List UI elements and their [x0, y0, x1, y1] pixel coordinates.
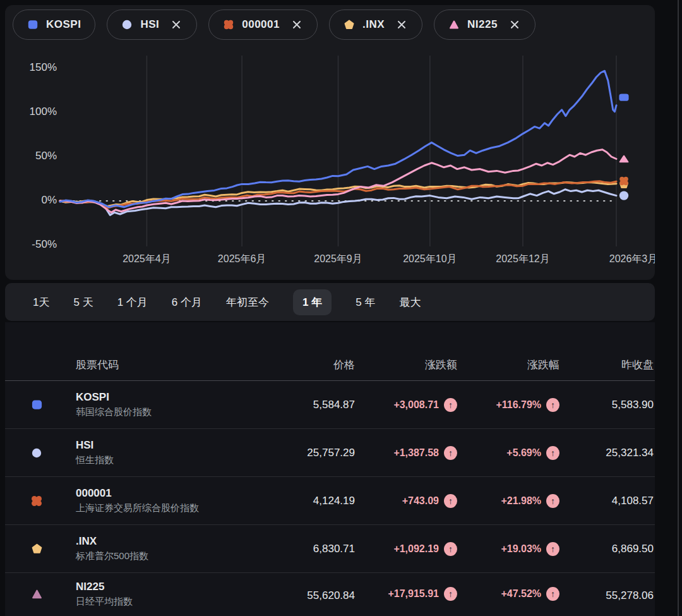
prev-close: 6,869.50 [559, 543, 654, 555]
index-name: 恒生指数 [76, 454, 266, 466]
range-button-max[interactable]: 最大 [399, 295, 421, 310]
chip-close-icon[interactable] [170, 18, 182, 31]
symbol: NI225 [76, 581, 266, 593]
kospi-swatch-icon [27, 19, 39, 30]
time-range-bar: 1天 5 天 1 个月 6 个月 年初至今 1 年 5 年 最大 [5, 283, 655, 321]
table-row-kospi[interactable]: KOSPI 韩国综合股价指数 5,584.87 +3,008.71↑ +116.… [5, 381, 655, 429]
header-price: 价格 [266, 358, 355, 372]
chip-label: HSI [140, 18, 159, 31]
table-header-row: 股票代码 价格 涨跌额 涨跌幅 昨收盘 [5, 349, 655, 381]
kospi-swatch-icon [31, 399, 43, 411]
x-axis-tick: 2026年3月 [609, 253, 655, 266]
range-button-1m[interactable]: 1 个月 [117, 295, 148, 310]
x-axis-tick: 2025年6月 [218, 253, 266, 266]
table-row-000001[interactable]: 000001 上海证券交易所综合股价指数 4,124.19 +743.09↑ +… [5, 477, 655, 525]
chart-panel: KOSPI HSI 000001 .INX NI225 150% 100% 50… [5, 5, 655, 280]
change-pct-value: +5.69% [506, 447, 541, 459]
symbol: .INX [76, 535, 266, 548]
chip-hsi[interactable]: HSI [107, 9, 197, 40]
header-prev-close: 昨收盘 [559, 358, 654, 372]
header-change: 涨跌额 [355, 358, 457, 372]
range-button-6m[interactable]: 6 个月 [172, 295, 202, 310]
change-value: +3,008.71 [393, 399, 439, 411]
inx-swatch-icon [31, 543, 43, 555]
change-value: +1,387.58 [393, 447, 439, 459]
symbol-chips-row: KOSPI HSI 000001 .INX NI225 [13, 9, 535, 40]
price: 6,830.71 [266, 543, 355, 555]
prev-close: 55,278.06 [559, 579, 654, 602]
table-row-ni225[interactable]: NI225 日经平均指数 55,620.84 +17,915.91↑ +47.5… [5, 573, 655, 616]
inx-swatch-icon [344, 19, 355, 30]
index-name: 日经平均指数 [76, 596, 266, 608]
up-arrow-badge-icon: ↑ [444, 587, 457, 601]
range-button-5d[interactable]: 5 天 [73, 295, 93, 310]
prev-close: 4,108.57 [559, 495, 654, 507]
symbol: KOSPI [76, 391, 266, 404]
change-value: +743.09 [402, 495, 439, 507]
up-arrow-badge-icon: ↑ [444, 542, 457, 556]
index-table: 股票代码 价格 涨跌额 涨跌幅 昨收盘 KOSPI 韩国综合股价指数 5,584… [5, 322, 655, 616]
comparison-line-chart[interactable] [5, 5, 655, 280]
x-axis-tick: 2025年12月 [496, 253, 549, 266]
window-edge-divider [678, 0, 679, 616]
range-button-1y[interactable]: 1 年 [293, 289, 332, 315]
ni225-swatch-icon [448, 19, 460, 30]
symbol: HSI [76, 439, 266, 452]
hsi-swatch-icon [31, 447, 42, 459]
up-arrow-badge-icon: ↑ [444, 494, 457, 508]
y-axis-tick: -50% [11, 238, 57, 251]
y-axis-tick: 0% [11, 194, 57, 207]
up-arrow-badge-icon: ↑ [546, 446, 559, 460]
chip-close-icon[interactable] [508, 18, 521, 31]
up-arrow-badge-icon: ↑ [546, 542, 559, 556]
chip-label: KOSPI [46, 18, 81, 31]
up-arrow-badge-icon: ↑ [444, 398, 457, 412]
up-arrow-badge-icon: ↑ [546, 587, 559, 601]
up-arrow-badge-icon: ↑ [546, 398, 559, 412]
000001-swatch-icon [30, 495, 43, 507]
header-symbol: 股票代码 [68, 358, 266, 372]
ni225-swatch-icon [31, 588, 43, 600]
range-button-ytd[interactable]: 年初至今 [226, 295, 269, 310]
change-value: +17,915.91 [388, 588, 439, 600]
index-name: 上海证券交易所综合股价指数 [76, 502, 266, 514]
000001-swatch-icon [223, 19, 234, 30]
x-axis-tick: 2025年9月 [314, 253, 362, 266]
chip-000001[interactable]: 000001 [208, 9, 318, 40]
range-button-5y[interactable]: 5 年 [356, 295, 375, 310]
price: 55,620.84 [266, 579, 355, 602]
price: 25,757.29 [266, 447, 355, 459]
change-pct-value: +47.52% [501, 588, 541, 600]
chip-kospi[interactable]: KOSPI [13, 9, 95, 40]
hsi-swatch-icon [121, 19, 133, 30]
up-arrow-badge-icon: ↑ [546, 494, 559, 508]
x-axis-tick: 2025年10月 [403, 253, 457, 266]
range-button-1d[interactable]: 1天 [33, 295, 49, 310]
y-axis-tick: 50% [11, 150, 57, 162]
change-pct-value: +19.03% [501, 543, 541, 555]
change-value: +1,092.19 [393, 543, 439, 555]
prev-close: 5,583.90 [559, 399, 654, 411]
change-pct-value: +21.98% [501, 495, 541, 507]
change-pct-value: +116.79% [496, 399, 541, 411]
chip-label: NI225 [467, 18, 498, 31]
price: 5,584.87 [266, 399, 355, 411]
index-name: 标准普尔500指数 [76, 550, 266, 562]
table-row-hsi[interactable]: HSI 恒生指数 25,757.29 +1,387.58↑ +5.69%↑ 25… [5, 429, 655, 477]
header-change-pct: 涨跌幅 [457, 358, 559, 372]
chip-ni225[interactable]: NI225 [434, 9, 535, 40]
chip-close-icon[interactable] [395, 18, 408, 31]
table-row-inx[interactable]: .INX 标准普尔500指数 6,830.71 +1,092.19↑ +19.0… [5, 525, 655, 573]
up-arrow-badge-icon: ↑ [444, 446, 457, 460]
y-axis-tick: 150% [11, 61, 57, 74]
chip-label: .INX [362, 18, 385, 31]
chip-close-icon[interactable] [290, 18, 303, 31]
index-name: 韩国综合股价指数 [76, 406, 266, 418]
y-axis-tick: 100% [11, 106, 57, 118]
price: 4,124.19 [266, 495, 355, 507]
chip-inx[interactable]: .INX [329, 9, 422, 40]
x-axis-tick: 2025年4月 [123, 253, 171, 266]
symbol: 000001 [76, 487, 266, 500]
chip-label: 000001 [242, 18, 280, 31]
prev-close: 25,321.34 [559, 447, 654, 459]
